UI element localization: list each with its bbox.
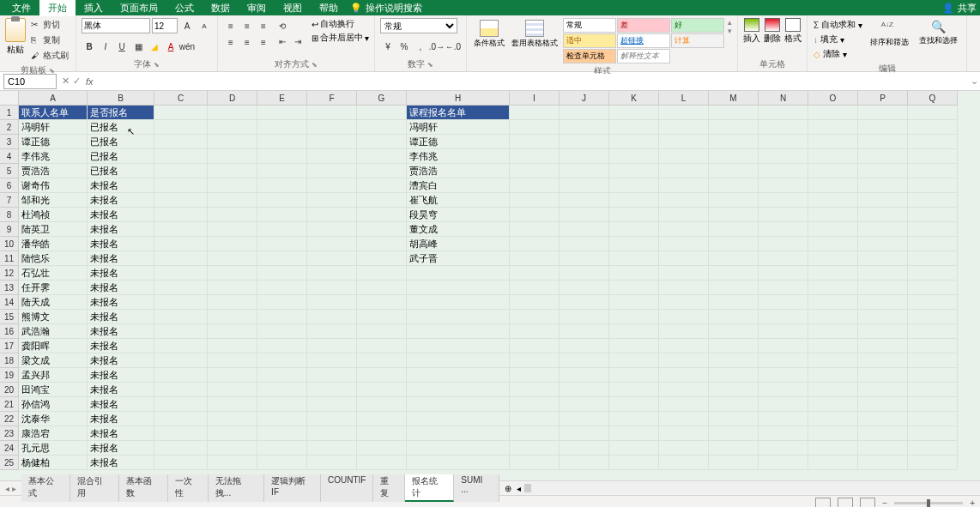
select-all-corner[interactable]	[0, 91, 19, 106]
cell-I19[interactable]	[510, 368, 560, 383]
cell-M11[interactable]	[709, 251, 759, 266]
cell-J25[interactable]	[560, 456, 609, 470]
cell-H8[interactable]: 段昊穹	[407, 208, 510, 222]
cell-O24[interactable]	[808, 441, 858, 456]
cell-K11[interactable]	[609, 251, 659, 266]
cell-B8[interactable]: 未报名	[88, 208, 154, 222]
cell-P20[interactable]	[858, 383, 908, 397]
cell-I6[interactable]	[510, 178, 560, 193]
cell-K2[interactable]	[609, 120, 659, 135]
cell-O23[interactable]	[808, 426, 858, 441]
scroll-left-icon[interactable]: ◂	[517, 484, 521, 493]
cell-G24[interactable]	[357, 441, 407, 456]
cell-Q13[interactable]	[908, 281, 958, 295]
cell-G23[interactable]	[357, 426, 407, 441]
cell-E13[interactable]	[257, 281, 307, 295]
number-format-select[interactable]: 常规	[380, 18, 457, 33]
cell-A3[interactable]: 谭正德	[19, 135, 88, 149]
cell-C8[interactable]	[154, 208, 208, 222]
cell-B3[interactable]: 已报名	[88, 135, 154, 149]
cell-N11[interactable]	[759, 251, 808, 266]
cell-J18[interactable]	[560, 353, 609, 368]
cell-O2[interactable]	[808, 120, 858, 135]
cell-N1[interactable]	[759, 106, 808, 120]
cell-H13[interactable]	[407, 281, 510, 295]
cell-I13[interactable]	[510, 281, 560, 295]
merge-center-button[interactable]: ⊞合并后居中 ▾	[312, 32, 369, 44]
cell-M5[interactable]	[709, 164, 759, 178]
cell-Q7[interactable]	[908, 193, 958, 208]
cell-Q22[interactable]	[908, 412, 958, 426]
cell-N5[interactable]	[759, 164, 808, 178]
zoom-slider[interactable]	[894, 502, 963, 504]
font-name-select[interactable]	[82, 18, 150, 33]
cell-G22[interactable]	[357, 412, 407, 426]
cell-N10[interactable]	[759, 237, 808, 251]
cell-Q14[interactable]	[908, 295, 958, 310]
enter-formula-icon[interactable]: ✓	[73, 75, 81, 87]
cell-H3[interactable]: 谭正德	[407, 135, 510, 149]
cell-C14[interactable]	[154, 295, 208, 310]
clear-button[interactable]: 清除 ▾	[813, 47, 863, 61]
cell-N16[interactable]	[759, 324, 808, 339]
cell-C23[interactable]	[154, 426, 208, 441]
underline-button[interactable]: U	[114, 39, 130, 54]
cell-F3[interactable]	[307, 135, 357, 149]
cell-L5[interactable]	[659, 164, 709, 178]
column-header-A[interactable]: A	[19, 91, 88, 106]
cell-O17[interactable]	[808, 339, 858, 353]
cell-H1[interactable]: 课程报名名单	[407, 106, 510, 120]
cell-F12[interactable]	[307, 266, 357, 281]
cell-J6[interactable]	[560, 178, 609, 193]
cell-J10[interactable]	[560, 237, 609, 251]
cell-N13[interactable]	[759, 281, 808, 295]
cell-G16[interactable]	[357, 324, 407, 339]
cell-J23[interactable]	[560, 426, 609, 441]
table-format-button[interactable]: 套用表格格式	[510, 18, 560, 51]
cell-M10[interactable]	[709, 237, 759, 251]
cell-E16[interactable]	[257, 324, 307, 339]
row-header[interactable]: 19	[0, 368, 19, 383]
cell-M8[interactable]	[709, 208, 759, 222]
column-header-M[interactable]: M	[709, 91, 759, 106]
cell-H19[interactable]	[407, 368, 510, 383]
cell-C9[interactable]	[154, 222, 208, 237]
cell-L20[interactable]	[659, 383, 709, 397]
row-header[interactable]: 8	[0, 208, 19, 222]
cell-I10[interactable]	[510, 237, 560, 251]
row-header[interactable]: 20	[0, 383, 19, 397]
row-header[interactable]: 21	[0, 397, 19, 412]
cell-L19[interactable]	[659, 368, 709, 383]
cell-D16[interactable]	[208, 324, 257, 339]
cell-J9[interactable]	[560, 222, 609, 237]
conditional-format-button[interactable]: 条件格式	[472, 18, 506, 51]
cell-M18[interactable]	[709, 353, 759, 368]
cell-J2[interactable]	[560, 120, 609, 135]
cell-D21[interactable]	[208, 397, 257, 412]
cell-N9[interactable]	[759, 222, 808, 237]
cell-F1[interactable]	[307, 106, 357, 120]
cell-H16[interactable]	[407, 324, 510, 339]
row-header[interactable]: 25	[0, 456, 19, 470]
cell-L25[interactable]	[659, 456, 709, 470]
cell-K14[interactable]	[609, 295, 659, 310]
cell-A14[interactable]: 陆天成	[19, 295, 88, 310]
cell-style-good[interactable]: 好	[671, 18, 724, 33]
row-header[interactable]: 5	[0, 164, 19, 178]
cell-A6[interactable]: 谢奇伟	[19, 178, 88, 193]
cell-H23[interactable]	[407, 426, 510, 441]
cell-N17[interactable]	[759, 339, 808, 353]
cell-G18[interactable]	[357, 353, 407, 368]
cell-G25[interactable]	[357, 456, 407, 470]
cell-H21[interactable]	[407, 397, 510, 412]
column-header-N[interactable]: N	[759, 91, 808, 106]
cell-Q8[interactable]	[908, 208, 958, 222]
cell-J17[interactable]	[560, 339, 609, 353]
cell-A5[interactable]: 贾浩浩	[19, 164, 88, 178]
cell-E2[interactable]	[257, 120, 307, 135]
cell-N18[interactable]	[759, 353, 808, 368]
cell-D25[interactable]	[208, 456, 257, 470]
cell-D7[interactable]	[208, 193, 257, 208]
delete-cells-button[interactable]: 删除	[764, 18, 781, 45]
column-header-E[interactable]: E	[257, 91, 307, 106]
